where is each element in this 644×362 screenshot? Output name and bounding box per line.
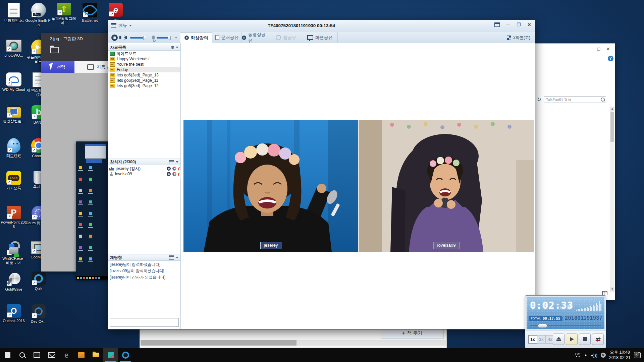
layout-icon[interactable] — [494, 22, 500, 27]
volume-icon[interactable]: ◂))) — [591, 353, 598, 358]
seek-handle[interactable] — [538, 324, 547, 328]
taskbar-button-paint-3d[interactable] — [103, 348, 118, 362]
desktop-icon-txt[interactable]: 보험확인.txt — [0, 3, 27, 23]
desktop-icon-kakao[interactable]: ↗카카오톡 — [0, 171, 27, 190]
people-icon[interactable] — [575, 353, 581, 357]
desktop-icon-cloud[interactable]: ↗WD My Cloud — [0, 72, 27, 92]
desktop-icon-ali[interactable]: ↗阿里旺旺 — [0, 138, 27, 158]
eject-button[interactable] — [553, 334, 565, 345]
refresh-icon[interactable]: ↻ — [537, 97, 541, 103]
webcam-status-icon[interactable] — [167, 172, 171, 176]
help-button[interactable]: ? — [608, 56, 613, 61]
scrollbar-thumb[interactable] — [610, 112, 614, 142]
taskbar-button-start[interactable] — [0, 348, 15, 362]
desktop-icon-convert[interactable]: ↗동영상변환... — [0, 105, 27, 123]
drawing-permission-icon[interactable] — [172, 167, 176, 171]
tab-웹공유[interactable]: 웹공유 — [270, 32, 302, 43]
collapse-chevron-icon[interactable] — [176, 161, 178, 163]
horizontal-scrollbar[interactable] — [141, 340, 446, 346]
maximize-button[interactable]: □ — [595, 46, 602, 52]
search-icon[interactable] — [601, 98, 605, 102]
participant-row[interactable]: jeserey (강사)(( — [108, 166, 180, 171]
taskbar-button-file-explorer[interactable] — [89, 348, 103, 362]
chat-input[interactable] — [110, 318, 179, 327]
material-item[interactable]: IMGlets go6(3ed)_Page_11 — [108, 78, 180, 83]
vertical-scrollbar[interactable]: ▲ ▼ — [610, 107, 614, 292]
taskbar-clock[interactable]: 오후 10:48 2018-02-21 — [609, 350, 631, 360]
mic-signal-icon[interactable]: (( — [178, 172, 179, 176]
participant-row[interactable]: loveisa09(( — [108, 171, 180, 177]
desktop-icon-ez[interactable]: ↗ez — [102, 3, 129, 22]
scroll-down-icon[interactable]: ▼ — [610, 287, 614, 292]
desktop-icon-globe[interactable]: ↗Google Earth Pro — [25, 3, 52, 27]
transfer-button[interactable] — [592, 334, 604, 345]
background-ebook-window[interactable]: + 책 추가 — [140, 327, 447, 348]
minimize-button[interactable]: ─ — [505, 22, 511, 27]
grid-view-icon[interactable] — [602, 291, 607, 295]
seek-slider[interactable] — [530, 325, 601, 326]
search-icon — [19, 352, 25, 358]
mic-volume-slider[interactable] — [157, 37, 170, 39]
desktop-icon-devc[interactable]: ↗Dev-C+... — [25, 304, 52, 324]
drawing-permission-icon[interactable] — [172, 172, 176, 176]
desktop-icon-camera[interactable]: ↗photoWO... — [0, 40, 27, 58]
material-item[interactable]: 화이트보드 — [108, 51, 180, 56]
taskbar-button-app-orange[interactable] — [74, 348, 89, 362]
trash-icon[interactable] — [171, 46, 174, 49]
webcam-status-icon[interactable] — [167, 167, 171, 171]
mic-signal-icon[interactable]: (( — [178, 167, 179, 170]
folder-icon[interactable] — [50, 47, 59, 53]
speaker-icon[interactable] — [124, 36, 127, 39]
tab-화상강의[interactable]: 화상강의 — [180, 32, 212, 43]
ppt-icon: ↗ — [7, 206, 21, 219]
desktop-icon-battlenet[interactable]: ↗Battle.net — [76, 3, 103, 23]
device-chevron-icon[interactable] — [175, 37, 177, 39]
video-lecture-window[interactable]: 메뉴 TF40075201801191930 00:13:54 ─ ❐ ✕ — [108, 20, 535, 329]
close-button[interactable]: ✕ — [526, 22, 532, 27]
list-menu-icon[interactable] — [169, 255, 174, 260]
speaker-volume-slider[interactable] — [130, 37, 146, 39]
material-item[interactable]: IMGHappy Weekends! — [108, 56, 180, 62]
desktop-icon-ppt[interactable]: ↗PowerPoint 2016 — [0, 206, 27, 229]
taskbar-button-media-app[interactable] — [118, 348, 133, 362]
webcam-icon[interactable] — [111, 35, 118, 41]
desktop-icon-goldwave[interactable]: ↗GoldWave — [0, 272, 27, 292]
desktop-icon-winscp[interactable]: ↗WinSCP.exe - 바로 가기 — [0, 241, 27, 265]
desktop-icon-outlook[interactable]: ↗Outlook 2016 — [0, 304, 27, 323]
screen-mode-selector[interactable]: 2화면(고) — [507, 32, 530, 43]
stop-button[interactable] — [579, 334, 591, 345]
tab-문서공유[interactable]: 문서공유 — [212, 32, 242, 43]
play-button[interactable] — [566, 334, 578, 345]
desktop-icon-iptime[interactable]: ↗ipTIME 업그레이... — [51, 3, 77, 25]
disconnected-icon[interactable]: ✕ — [601, 353, 606, 358]
microphone-icon[interactable] — [152, 36, 155, 40]
collapse-chevron-icon[interactable] — [176, 257, 178, 258]
material-item[interactable]: IMGYou're the best! — [108, 62, 180, 67]
taskbar-button-mail[interactable] — [44, 348, 59, 362]
collapse-chevron-icon[interactable] — [176, 47, 178, 48]
material-item[interactable]: IMGlets go6(3ed)_Page_12 — [108, 83, 180, 88]
desktop-preview-window[interactable] — [76, 141, 109, 280]
speed-button-2x[interactable]: 2x — [537, 335, 546, 344]
maximize-button[interactable]: ❐ — [516, 22, 522, 27]
speed-button-1x[interactable]: 1x — [528, 335, 537, 344]
material-item[interactable]: IMGlets go6(3ed)_Page_13 — [108, 72, 180, 78]
desktop-icon-quik[interactable]: ↗Quik — [25, 272, 52, 291]
tab-화면공유[interactable]: 화면공유 — [302, 32, 338, 43]
list-menu-icon[interactable] — [169, 160, 174, 164]
tab-동영상공유[interactable]: 동영상공유 — [242, 32, 270, 43]
hidden-icons-chevron[interactable]: ▲ — [584, 353, 588, 357]
scroll-up-icon[interactable]: ▲ — [610, 107, 614, 111]
action-center-icon[interactable]: 2 — [634, 352, 641, 358]
talkfun-list-window[interactable]: ─ □ ✕ ? ↻ ▲ ▼ — [534, 43, 615, 300]
app-title: TF40075201801191930 00:13:54 — [108, 23, 495, 28]
taskbar-button-search[interactable] — [15, 348, 30, 362]
close-button[interactable]: ✕ — [605, 46, 611, 52]
search-input[interactable] — [544, 96, 606, 103]
select-tool-button[interactable]: 선택 — [41, 61, 74, 73]
minimize-button[interactable]: ─ — [586, 46, 593, 52]
taskbar-button-edge[interactable]: e — [59, 348, 74, 362]
material-item[interactable]: IMGFriday — [108, 67, 180, 72]
taskbar-button-task-view[interactable] — [30, 348, 44, 362]
scrollbar-thumb[interactable] — [141, 340, 297, 346]
